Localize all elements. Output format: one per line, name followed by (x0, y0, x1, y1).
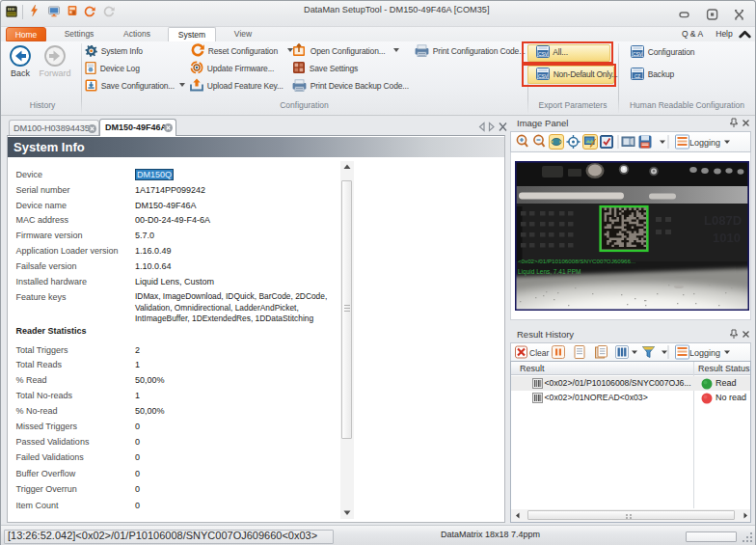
svg-text:Clear: Clear (529, 348, 549, 358)
svg-text:Logging: Logging (689, 348, 720, 358)
svg-text:CZ: CZ (634, 73, 640, 78)
svg-text:Liquid Lens, 7.41 PPM: Liquid Lens, 7.41 PPM (518, 268, 580, 276)
svg-text:<0x02>/01/P10106008/SNYC007OJ6: <0x02>/01/P10106008/SNYC007OJ60966... (518, 258, 635, 264)
svg-text:CSV: CSV (538, 72, 549, 78)
svg-text:Logging: Logging (689, 138, 720, 148)
svg-text:L087D: L087D (704, 213, 742, 228)
svg-text:1010: 1010 (713, 231, 741, 245)
svg-text:CSV: CSV (538, 50, 549, 56)
svg-text:CSV: CSV (633, 50, 643, 56)
